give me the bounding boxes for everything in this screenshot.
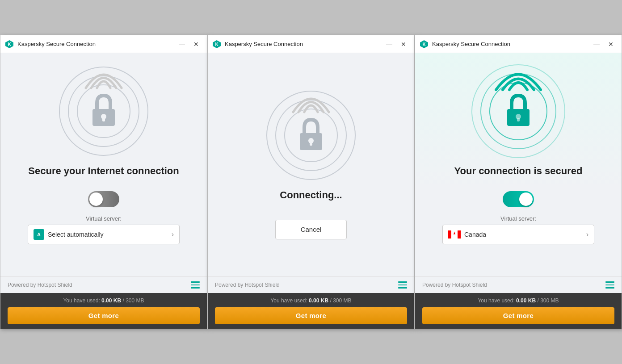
title-bar-3: K Kaspersky Secure Connection — ✕ [415,35,622,53]
usage-label-3: You have used: [478,297,514,304]
svg-text:K: K [8,42,11,47]
window-connecting: K Kaspersky Secure Connection — ✕ [207,35,415,329]
server-selector-3[interactable]: Canada › [442,225,594,244]
toggle-knob-3 [519,192,533,206]
lock-icon-1 [88,93,119,129]
title-controls-2: — ✕ [383,39,410,49]
toggle-area-1 [88,191,119,207]
hamburger-line-3-2 [605,285,614,286]
minimize-btn-3[interactable]: — [590,39,603,49]
app-logo-3: K [420,40,429,49]
close-btn-1[interactable]: ✕ [190,39,202,49]
auto-flag-icon: A [34,229,44,240]
usage-value-1: 0.00 KB [101,297,121,304]
wifi-arcs-2 [289,90,333,114]
title-controls-3: — ✕ [590,39,617,49]
app-logo-1: K [5,40,14,49]
powered-by-1: Powered by Hotspot Shield [8,282,72,288]
svg-text:K: K [422,42,426,47]
hamburger-line-1 [191,281,200,283]
svg-rect-15 [448,230,451,238]
wifi-arcs-3 [494,66,543,92]
windows-container: K Kaspersky Secure Connection — ✕ [0,35,622,329]
lock-visual-3 [469,62,567,160]
usage-label-2: You have used: [270,297,307,304]
server-name-1: Select automatically [48,231,104,238]
window-title-3: Kaspersky Secure Connection [432,41,590,47]
wifi-arcs-1 [81,66,126,90]
usage-text-1: You have used: 0.00 KB / 300 MB [8,297,200,304]
toggle-btn-1[interactable] [88,191,119,207]
bottom-bar-1: You have used: 0.00 KB / 300 MB Get more [0,293,207,329]
hamburger-line-3 [191,287,200,289]
close-btn-2[interactable]: ✕ [397,39,410,49]
server-selector-1[interactable]: A Select automatically › [28,225,180,244]
hamburger-btn-2[interactable] [398,281,407,289]
toggle-btn-3[interactable] [503,191,534,207]
lock-icon-3 [503,93,534,129]
title-controls-1: — ✕ [176,39,202,49]
footer-3: Powered by Hotspot Shield [415,276,622,293]
chevron-right-3: › [586,230,588,238]
usage-text-3: You have used: 0.00 KB / 300 MB [422,297,614,304]
minimize-btn-1[interactable]: — [176,39,188,49]
canada-flag-icon [448,230,461,238]
svg-text:K: K [215,42,219,47]
toggle-knob-1 [89,192,103,206]
bottom-bar-3: You have used: 0.00 KB / 300 MB Get more [415,293,622,329]
hamburger-line-3-1 [605,281,614,283]
title-bar-1: K Kaspersky Secure Connection — ✕ [0,35,207,53]
status-text-3: Your connection is secured [454,165,583,178]
lock-visual-1 [55,62,153,160]
get-more-btn-1[interactable]: Get more [8,307,200,324]
bottom-bar-2: You have used: 0.00 KB / 300 MB Get more [208,293,414,329]
status-text-1: Secure your Internet connection [28,165,179,178]
svg-rect-9 [310,142,312,146]
window-title-2: Kaspersky Secure Connection [225,41,383,47]
usage-value-2: 0.00 KB [309,297,328,304]
app-logo-2: K [212,40,221,49]
hamburger-line-3-3 [605,287,614,289]
usage-limit-3: 300 MB [540,297,559,304]
cancel-btn[interactable]: Cancel [275,220,347,239]
usage-label-1: You have used: [63,297,100,304]
toggle-area-3 [503,191,534,207]
powered-by-2: Powered by Hotspot Shield [215,282,280,288]
minimize-btn-2[interactable]: — [383,39,395,49]
svg-rect-14 [517,118,520,121]
title-bar-2: K Kaspersky Secure Connection — ✕ [208,35,414,53]
svg-rect-4 [102,118,105,121]
status-text-2: Connecting... [280,189,342,202]
server-selector-left-1: A Select automatically [34,229,104,240]
get-more-btn-3[interactable]: Get more [422,307,614,324]
close-btn-3[interactable]: ✕ [605,39,617,49]
usage-limit-2: 300 MB [333,297,351,304]
virtual-server-label-3: Virtual server: [500,215,536,222]
server-name-3: Canada [464,231,486,238]
chevron-right-1: › [172,230,174,238]
hamburger-line-2-3 [398,287,407,289]
footer-2: Powered by Hotspot Shield [208,276,414,293]
window-connected: K Kaspersky Secure Connection — ✕ [415,35,622,329]
virtual-server-label-1: Virtual server: [86,215,122,222]
main-content-2: Connecting... Cancel [208,53,414,276]
usage-value-3: 0.00 KB [516,297,536,304]
lock-visual-2 [262,86,360,184]
server-selector-left-3: Canada [448,230,486,238]
powered-by-3: Powered by Hotspot Shield [422,282,487,288]
window-title-1: Kaspersky Secure Connection [17,41,176,47]
hamburger-btn-3[interactable] [605,281,614,289]
main-content-1: Secure your Internet connection Virtual … [0,53,207,276]
lock-icon-2 [295,117,327,153]
main-content-3: Your connection is secured Virtual serve… [415,53,622,276]
window-disconnected: K Kaspersky Secure Connection — ✕ [0,35,207,329]
usage-text-2: You have used: 0.00 KB / 300 MB [215,297,407,304]
usage-limit-1: 300 MB [126,297,144,304]
get-more-btn-2[interactable]: Get more [215,307,407,324]
hamburger-btn-1[interactable] [191,281,200,289]
hamburger-line-2 [191,285,200,286]
footer-1: Powered by Hotspot Shield [0,276,207,293]
svg-rect-17 [458,230,461,238]
hamburger-line-2-2 [398,285,407,286]
hamburger-line-2-1 [398,281,407,283]
